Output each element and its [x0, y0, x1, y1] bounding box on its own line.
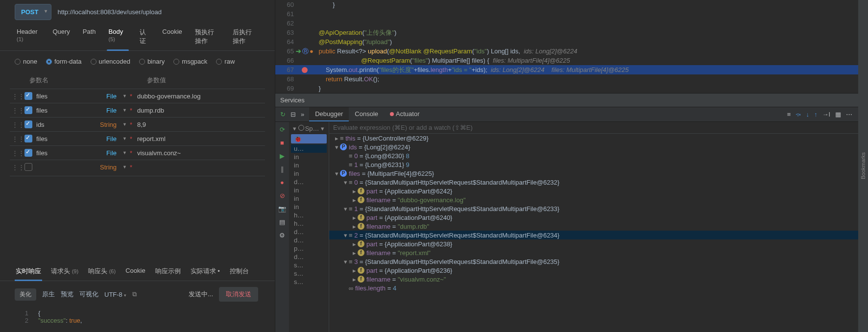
stack-frame[interactable]: d…	[291, 228, 327, 236]
stack-frame[interactable]: s…	[291, 261, 327, 269]
param-name[interactable]: files	[36, 93, 90, 100]
req-tab-cookie[interactable]: Cookie	[160, 23, 184, 50]
chevron-down-icon[interactable]: ▼	[120, 122, 130, 127]
param-checkbox[interactable]	[24, 106, 32, 114]
step-out-icon[interactable]: ↑	[814, 111, 818, 118]
param-name[interactable]: files	[36, 149, 90, 157]
copy-icon[interactable]: ⧉	[132, 290, 137, 298]
snapshot-icon[interactable]: 📷	[278, 205, 286, 213]
var-node[interactable]: ▸fpart = {ApplicationPart@6238}	[329, 239, 858, 248]
stack-frame[interactable]: in	[291, 169, 327, 178]
step-into-icon[interactable]: ↓	[806, 111, 809, 118]
param-checkbox[interactable]	[24, 135, 32, 142]
param-row[interactable]: ⋮⋮idsString▼*8,9	[10, 117, 265, 131]
req-tab-query[interactable]: Query	[50, 23, 72, 50]
resp-tab[interactable]: 控制台	[229, 262, 250, 281]
body-type-msgpack[interactable]: msgpack	[173, 58, 207, 65]
beautify-button[interactable]: 美化	[15, 288, 36, 301]
req-tab-body[interactable]: Body (5)	[107, 23, 129, 50]
stack-frame[interactable]: s…	[291, 269, 327, 278]
param-row[interactable]: ⋮⋮filesFile▼*dubbo-governance.log	[10, 89, 265, 103]
req-tab-认证[interactable]: 认证	[138, 23, 152, 50]
rerun-icon[interactable]: ↻	[280, 111, 286, 118]
show-exec-icon[interactable]: ≡	[787, 111, 791, 118]
var-node[interactable]: ≡ 0 = {Long@6230} 8	[329, 151, 858, 160]
restart-icon[interactable]: ⟳	[280, 126, 285, 133]
var-node[interactable]: ▾≡ 2 = {StandardMultipartHttpServletRequ…	[329, 231, 858, 239]
stack-frame[interactable]: in	[291, 194, 327, 203]
stack-frame[interactable]: s…	[291, 278, 327, 286]
stack-frame[interactable]: in	[291, 203, 327, 211]
body-type-form-data[interactable]: form-data	[46, 58, 82, 65]
var-node[interactable]: ▸ffilename = "report.xml"	[329, 248, 858, 257]
param-name[interactable]: ids	[36, 121, 90, 128]
req-tab-预执行操作[interactable]: 预执行操作	[193, 23, 222, 50]
dbg-tab-debugger[interactable]: Debugger	[309, 107, 349, 121]
more-icon[interactable]: »	[301, 111, 304, 118]
param-checkbox[interactable]	[24, 92, 32, 100]
body-type-urlencoded[interactable]: urlencoded	[91, 58, 130, 65]
var-node[interactable]: ▾Pids = {Long[2]@6224}	[329, 142, 858, 151]
cancel-send-button[interactable]: 取消发送	[219, 287, 258, 302]
resp-tab[interactable]: 实时响应	[15, 262, 42, 281]
param-row[interactable]: ⋮⋮filesFile▼*dump.rdb	[10, 103, 265, 117]
chevron-down-icon[interactable]: ▼	[120, 108, 130, 113]
param-name[interactable]: files	[36, 107, 90, 114]
var-node[interactable]: ▾≡ 3 = {StandardMultipartHttpServletRequ…	[329, 257, 858, 266]
code-line[interactable]: 66 @RequestParam("files") MultipartFile[…	[275, 56, 858, 65]
bookmarks-rail[interactable]: Bookmarks	[860, 152, 866, 179]
var-node[interactable]: ▸ffilename = "dump.rdb"	[329, 222, 858, 231]
stack-frame[interactable]: p…	[291, 244, 327, 253]
stack-frame[interactable]: d…	[291, 236, 327, 244]
req-tab-header[interactable]: Header (1)	[15, 23, 42, 50]
breakpoint-icon[interactable]	[302, 67, 308, 73]
param-type[interactable]: File	[90, 93, 120, 100]
code-line[interactable]: 64 @PostMapping("/upload")	[275, 37, 858, 47]
param-type[interactable]: File	[90, 135, 120, 142]
code-line[interactable]: 65➔Ⓡ● public Result<?> upload(@NotBlank …	[275, 47, 858, 56]
stack-frame[interactable]: h…	[291, 219, 327, 228]
layout-icon[interactable]: ⊟	[290, 111, 296, 118]
stack-frame[interactable]: h…	[291, 211, 327, 219]
param-value[interactable]: report.xml	[137, 135, 263, 142]
code-line[interactable]: 67 System.out.println("files的长度"+files.l…	[275, 65, 858, 74]
drag-handle-icon[interactable]: ⋮⋮	[12, 107, 21, 114]
resp-tab[interactable]: 实际请求 •	[190, 262, 221, 281]
stack-frame[interactable]: d…	[291, 253, 327, 261]
services-panel-title[interactable]: Services	[275, 93, 858, 107]
var-node[interactable]: ▸fpart = {ApplicationPart@6240}	[329, 213, 858, 222]
var-node[interactable]: ▸≡ this = {UserController@6229}	[329, 134, 858, 142]
chevron-down-icon[interactable]: ▼	[120, 94, 130, 98]
code-line[interactable]: 61	[275, 9, 858, 19]
body-type-binary[interactable]: binary	[139, 58, 165, 65]
chevron-down-icon[interactable]: ▼	[120, 150, 130, 155]
body-type-raw[interactable]: raw	[216, 58, 235, 65]
req-tab-path[interactable]: Path	[81, 23, 98, 50]
resume-icon[interactable]: ▶	[280, 152, 285, 160]
drag-handle-icon[interactable]: ⋮⋮	[12, 93, 21, 100]
code-line[interactable]: 63 @ApiOperation("上传头像")	[275, 28, 858, 37]
preview-button[interactable]: 预览	[61, 290, 73, 299]
mute-bp-icon[interactable]: ⊘	[280, 192, 285, 199]
drag-handle-icon[interactable]: ⋮⋮	[12, 121, 21, 128]
param-name[interactable]: files	[36, 135, 90, 142]
eval-input[interactable]: Evaluate expression (⌘E) or add a watch …	[329, 122, 858, 134]
var-node[interactable]: ▸ffilename = "dubbo-governance.log"	[329, 195, 858, 204]
eval-icon[interactable]: ▦	[835, 111, 841, 118]
body-type-none[interactable]: none	[15, 58, 37, 65]
param-type[interactable]: File	[90, 107, 120, 114]
param-value[interactable]: dump.rdb	[137, 107, 263, 114]
encoding-select[interactable]: UTF-8 ▾	[104, 291, 126, 298]
code-line[interactable]: 68 return Result.OK();	[275, 74, 858, 84]
param-type[interactable]: String	[90, 164, 120, 171]
param-value[interactable]: visualvm.conz~	[137, 149, 263, 157]
stack-frame[interactable]: in	[291, 161, 327, 169]
thread-icon[interactable]: ▤	[279, 218, 285, 226]
drag-handle-icon[interactable]: ⋮⋮	[12, 149, 21, 157]
param-checkbox[interactable]	[24, 163, 32, 171]
param-row[interactable]: ⋮⋮filesFile▼*report.xml	[10, 131, 265, 145]
param-row[interactable]: ⋮⋮String▼*	[10, 160, 265, 174]
drag-handle-icon[interactable]: ⋮⋮	[12, 164, 21, 171]
var-node[interactable]: ▾Pfiles = {MultipartFile[4]@6225}	[329, 169, 858, 178]
chevron-down-icon[interactable]: ▼	[120, 165, 130, 169]
